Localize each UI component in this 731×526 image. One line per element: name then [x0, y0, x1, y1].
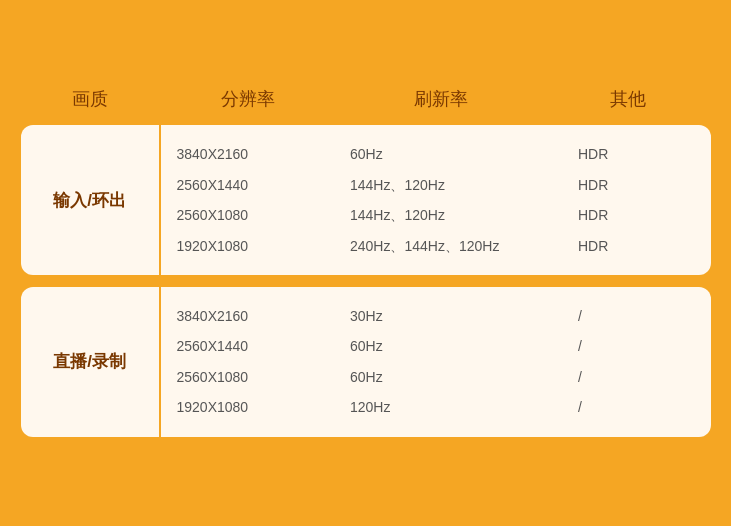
res-2: 2560X1440	[177, 174, 335, 196]
live-res-4: 1920X1080	[177, 396, 335, 418]
quality-cell-input-output: 输入/环出	[21, 125, 159, 275]
ref-2: 144Hz、120Hz	[350, 174, 554, 196]
resolution-col-live-record: 3840X2160 2560X1440 2560X1080 1920X1080	[161, 287, 343, 437]
live-res-2: 2560X1440	[177, 335, 335, 357]
live-ref-2: 60Hz	[350, 335, 554, 357]
live-oth-2: /	[578, 335, 703, 357]
res-1: 3840X2160	[177, 143, 335, 165]
resolution-col-input-output: 3840X2160 2560X1440 2560X1080 1920X1080	[161, 125, 343, 275]
res-3: 2560X1080	[177, 204, 335, 226]
oth-4: HDR	[578, 235, 703, 257]
data-cells-input-output: 3840X2160 2560X1440 2560X1080 1920X1080 …	[159, 125, 711, 275]
live-res-1: 3840X2160	[177, 305, 335, 327]
table-header: 画质 分辨率 刷新率 其他	[21, 77, 711, 125]
res-4: 1920X1080	[177, 235, 335, 257]
live-ref-3: 60Hz	[350, 366, 554, 388]
live-oth-4: /	[578, 396, 703, 418]
other-col-live-record: / / / /	[562, 287, 711, 437]
oth-2: HDR	[578, 174, 703, 196]
table-row: 直播/录制 3840X2160 2560X1440 2560X1080 1920…	[21, 287, 711, 437]
oth-1: HDR	[578, 143, 703, 165]
header-quality: 画质	[21, 87, 159, 111]
header-resolution: 分辨率	[159, 87, 338, 111]
live-oth-1: /	[578, 305, 703, 327]
ref-3: 144Hz、120Hz	[350, 204, 554, 226]
ref-4: 240Hz、144Hz、120Hz	[350, 235, 554, 257]
main-container: 画质 分辨率 刷新率 其他 输入/环出 3840X2160 2560X1440 …	[21, 77, 711, 448]
table-row: 输入/环出 3840X2160 2560X1440 2560X1080 1920…	[21, 125, 711, 275]
live-oth-3: /	[578, 366, 703, 388]
live-ref-1: 30Hz	[350, 305, 554, 327]
live-ref-4: 120Hz	[350, 396, 554, 418]
ref-1: 60Hz	[350, 143, 554, 165]
refresh-col-live-record: 30Hz 60Hz 60Hz 120Hz	[342, 287, 562, 437]
quality-cell-live-record: 直播/录制	[21, 287, 159, 437]
live-res-3: 2560X1080	[177, 366, 335, 388]
other-col-input-output: HDR HDR HDR HDR	[562, 125, 711, 275]
refresh-col-input-output: 60Hz 144Hz、120Hz 144Hz、120Hz 240Hz、144Hz…	[342, 125, 562, 275]
header-refresh: 刷新率	[338, 87, 545, 111]
header-other: 其他	[545, 87, 711, 111]
data-cells-live-record: 3840X2160 2560X1440 2560X1080 1920X1080 …	[159, 287, 711, 437]
oth-3: HDR	[578, 204, 703, 226]
